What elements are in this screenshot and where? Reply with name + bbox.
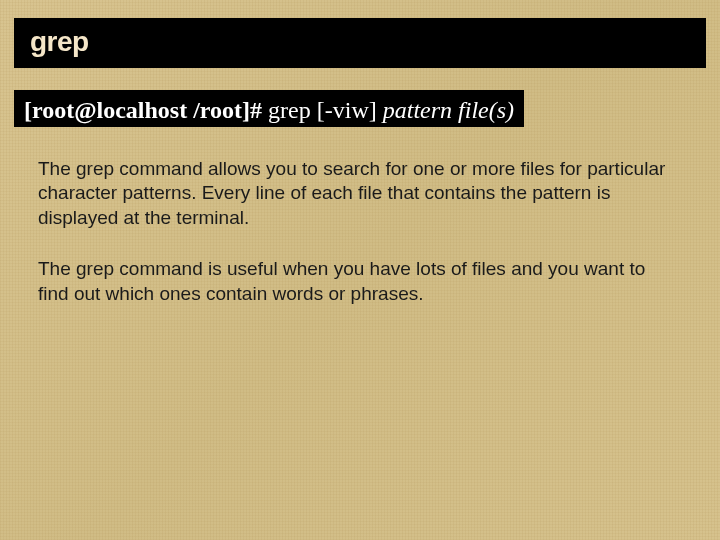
command-args: pattern file(s) — [383, 97, 514, 123]
command-name: grep — [268, 97, 311, 123]
command-example-bar: [root@localhost /root]# grep [-viw] patt… — [14, 90, 524, 127]
paragraph-1: The grep command allows you to search fo… — [38, 157, 680, 231]
command-flags: [-viw] — [317, 97, 377, 123]
slide-title-bar: grep — [14, 18, 706, 68]
paragraph-2: The grep command is useful when you have… — [38, 257, 680, 306]
slide-body: The grep command allows you to search fo… — [38, 157, 680, 306]
shell-prompt: [root@localhost /root]# — [24, 97, 262, 123]
slide-title: grep — [30, 26, 89, 57]
